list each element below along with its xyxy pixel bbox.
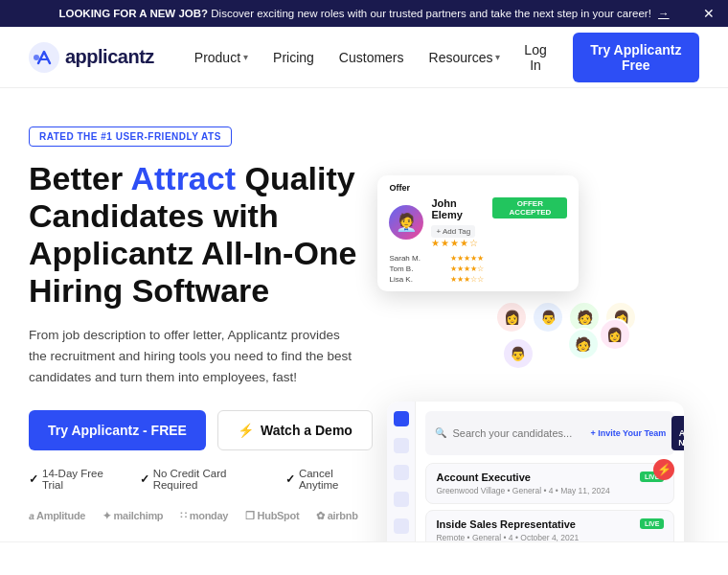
sidebar-dot <box>394 465 409 480</box>
lightning-bolt-icon: ⚡ <box>653 459 674 480</box>
avatar: 🧑 <box>567 328 600 360</box>
job-title-1: Account Executive LIVE <box>436 472 664 483</box>
offer-stars: ★★★★☆ <box>431 238 485 248</box>
sidebar-dot <box>394 492 409 507</box>
check-icon: ✓ <box>140 472 149 486</box>
banner-highlight: LOOKING FOR A NEW JOB? <box>58 8 208 19</box>
avatar: 👨 <box>502 337 535 370</box>
client-mailchimp: ✦ mailchimp <box>102 510 163 522</box>
banner-text: Discover exciting new roles with our tru… <box>211 8 651 19</box>
offer-person-info: John Elemy + Add Tag ★★★★☆ <box>431 197 485 248</box>
job-card-2[interactable]: Inside Sales Representative LIVE Remote … <box>425 510 674 542</box>
close-banner-button[interactable]: ✕ <box>703 6 715 21</box>
top-banner: LOOKING FOR A NEW JOB? Discover exciting… <box>0 0 728 27</box>
invite-team-link[interactable]: + Invite Your Team <box>590 428 666 438</box>
candidate-search-bar: 🔍 + Invite Your Team + Add New <box>425 411 674 455</box>
client-airbnb: ✿ airbnb <box>316 510 357 522</box>
sidebar-dot <box>394 411 409 426</box>
logo[interactable]: applicantz <box>29 42 154 73</box>
add-new-button[interactable]: + Add New <box>671 416 684 450</box>
offer-accepted-button[interactable]: OFFER ACCEPTED <box>492 197 567 218</box>
chevron-down-icon: ▾ <box>243 52 248 62</box>
nav-right: Log In Try Applicantz Free <box>510 33 699 82</box>
logo-icon <box>29 42 59 73</box>
hero-description: From job description to offer letter, Ap… <box>29 325 354 387</box>
hero-title: Better Attract Quality Candidates with A… <box>29 160 373 310</box>
candidate-rows: Sarah M. ★★★★★ Tom B. ★★★★☆ Lisa K. ★★★☆… <box>389 254 567 284</box>
nav-cta-button[interactable]: Try Applicantz Free <box>573 33 699 82</box>
trust-item-cancel: ✓ Cancel Anytime <box>285 468 373 491</box>
hero-buttons: Try Applicantz - FREE ⚡ Watch a Demo <box>29 410 373 450</box>
avatar: 👩 <box>599 318 631 351</box>
svg-point-0 <box>29 42 59 73</box>
client-hubspot: ❐ HubSpot <box>245 510 299 522</box>
sidebar-dot <box>394 438 409 453</box>
offer-card-header: 🧑‍💼 John Elemy + Add Tag ★★★★☆ OFFER ACC… <box>389 197 567 248</box>
banner-link[interactable]: → <box>658 8 670 19</box>
search-icon: 🔍 <box>435 427 446 438</box>
hero-section: RATED THE #1 USER-FRIENDLY ATS Better At… <box>0 88 728 541</box>
search-input[interactable] <box>452 427 584 439</box>
offer-name: John Elemy <box>431 197 485 220</box>
check-icon: ✓ <box>29 472 38 486</box>
hero-right: 👩 👨 🧑 👩 👨 🧑 👩 <box>373 301 699 349</box>
avatar: 👨 <box>532 301 564 334</box>
navbar: applicantz Product ▾ Pricing Customers R… <box>0 27 728 88</box>
rated-badge: RATED THE #1 USER-FRIENDLY ATS <box>29 126 232 147</box>
candidate-row: Sarah M. ★★★★★ <box>389 254 567 263</box>
watch-demo-button[interactable]: ⚡ Watch a Demo <box>217 410 373 450</box>
job-title-2: Inside Sales Representative LIVE <box>436 518 664 530</box>
login-button[interactable]: Log In <box>510 34 560 80</box>
try-free-button[interactable]: Try Applicantz - FREE <box>29 410 206 450</box>
hero-left: RATED THE #1 USER-FRIENDLY ATS Better At… <box>29 126 373 522</box>
candidate-row: Tom B. ★★★★☆ <box>389 264 567 273</box>
trust-item-trial: ✓ 14-Day Free Trial <box>29 468 125 491</box>
svg-point-1 <box>34 55 39 60</box>
ats-sidebar <box>387 402 416 542</box>
candidate-row: Lisa K. ★★★☆☆ <box>389 275 567 284</box>
chevron-down-icon: ▾ <box>495 52 500 62</box>
sidebar-dot <box>394 518 409 534</box>
bolt-icon: ⚡ <box>238 423 254 438</box>
logo-text: applicantz <box>65 46 154 68</box>
ats-main-content: 🔍 + Invite Your Team + Add New Account E… <box>416 402 684 542</box>
nav-product[interactable]: Product ▾ <box>185 44 258 71</box>
avatar-cluster: 👩 👨 🧑 👩 👨 🧑 👩 <box>489 301 643 370</box>
client-amplitude: 𝘢 Amplitude <box>29 510 85 522</box>
avatar: 👩 <box>495 301 528 334</box>
live-badge: LIVE <box>640 518 665 529</box>
offer-tag: + Add Tag <box>431 225 475 238</box>
job-card-1[interactable]: Account Executive LIVE Greenwood Village… <box>425 463 674 504</box>
offer-label: Offer <box>389 183 567 193</box>
nav-links: Product ▾ Pricing Customers Resources ▾ <box>185 44 511 71</box>
offer-avatar: 🧑‍💼 <box>389 205 423 240</box>
bottom-section: Manage your entire process, from sourcin… <box>0 541 728 575</box>
offer-card: Offer 🧑‍💼 John Elemy + Add Tag ★★★★☆ OFF… <box>377 175 579 291</box>
ats-panel: 🔍 + Invite Your Team + Add New Account E… <box>387 402 684 542</box>
client-logos: 𝘢 Amplitude ✦ mailchimp ∷ monday ❐ HubSp… <box>29 510 373 522</box>
bottom-title: Manage your entire process, from sourcin… <box>29 571 508 575</box>
client-monday: ∷ monday <box>180 510 228 522</box>
check-icon: ✓ <box>285 472 295 486</box>
job-meta-1: Greenwood Village • General • 4 • May 11… <box>436 486 664 495</box>
nav-pricing[interactable]: Pricing <box>263 44 324 71</box>
nav-resources[interactable]: Resources ▾ <box>420 44 511 71</box>
trust-badges: ✓ 14-Day Free Trial ✓ No Credit Card Req… <box>29 468 373 491</box>
trust-item-card: ✓ No Credit Card Required <box>140 468 270 491</box>
job-meta-2: Remote • General • 4 • October 4, 2021 <box>436 533 664 542</box>
nav-customers[interactable]: Customers <box>330 44 414 71</box>
